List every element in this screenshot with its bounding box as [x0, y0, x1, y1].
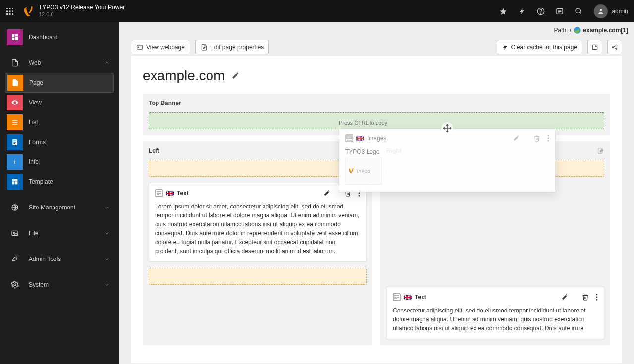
chevron-down-icon	[104, 230, 110, 236]
list-icon	[556, 7, 564, 15]
svg-rect-7	[9, 13, 11, 15]
svg-rect-29	[14, 161, 15, 164]
svg-rect-41	[592, 45, 597, 49]
dragging-content-element[interactable]: Images TYPO3 Logo TYPO3	[339, 129, 556, 192]
content-type-icon	[155, 189, 163, 197]
apps-grid-icon	[6, 7, 14, 15]
sidebar-item-dashboard[interactable]: Dashboard	[5, 27, 114, 47]
chevron-down-icon	[104, 256, 110, 262]
breadcrumb: Path: / example.com [1]	[119, 22, 634, 38]
svg-line-16	[580, 12, 581, 14]
system-info-button[interactable]	[550, 0, 569, 22]
edit-content-button[interactable]	[323, 190, 330, 197]
more-content-button[interactable]	[547, 135, 549, 142]
bookmarks-button[interactable]	[494, 0, 513, 22]
move-handle[interactable]	[441, 122, 453, 134]
clear-cache-button[interactable]: Clear cache for this page	[497, 40, 582, 54]
svg-rect-2	[12, 8, 13, 9]
lightning-icon	[502, 44, 508, 51]
content-type-icon	[345, 134, 353, 142]
sidebar-item-view[interactable]: View	[5, 93, 114, 112]
svg-rect-23	[12, 122, 18, 122]
page-title: example.com	[143, 68, 225, 84]
help-button[interactable]	[531, 0, 550, 22]
svg-point-72	[596, 299, 598, 301]
svg-rect-26	[13, 141, 16, 141]
svg-text:TYPO3: TYPO3	[356, 169, 370, 174]
path-suffix: [1]	[621, 27, 628, 34]
svg-point-15	[576, 8, 580, 13]
sidebar-item-template[interactable]: Template	[5, 172, 114, 192]
content-element-text[interactable]: Text Consectetur adipiscing elit, sed do…	[386, 287, 604, 339]
sidebar-group-file[interactable]: File	[5, 223, 114, 243]
more-content-button[interactable]	[596, 294, 598, 301]
dashboard-icon	[11, 33, 19, 41]
edit-title-button[interactable]	[231, 72, 239, 80]
svg-point-43	[616, 45, 617, 46]
brand-version: 12.0.0	[39, 11, 125, 18]
create-content-button[interactable]	[587, 40, 602, 54]
edit-column-button[interactable]	[597, 147, 604, 154]
pencil-note-icon	[597, 147, 604, 154]
svg-point-70	[596, 294, 598, 295]
topbar: TYPO3 v12 Release Your Power 12.0.0 admi…	[0, 0, 634, 22]
external-link-icon	[136, 44, 143, 51]
svg-point-40	[138, 47, 139, 48]
user-name: admin	[612, 8, 628, 15]
sidebar-item-info[interactable]: Info	[5, 152, 114, 172]
svg-rect-30	[14, 160, 15, 160]
page-edit-icon	[201, 44, 208, 51]
typo3-logo-icon	[23, 5, 35, 17]
drag-thumbnail: TYPO3	[345, 158, 382, 185]
svg-point-37	[14, 284, 16, 286]
edit-page-properties-button[interactable]: Edit page properties	[195, 40, 269, 54]
share-button[interactable]	[607, 40, 622, 54]
svg-point-82	[548, 138, 549, 139]
dropzone[interactable]	[149, 268, 367, 285]
app-switcher-button[interactable]	[0, 0, 20, 22]
language-flag-icon	[404, 295, 412, 300]
delete-content-button[interactable]	[582, 294, 589, 301]
module-sidebar: Dashboard Web PageViewListFormsInfoTempl…	[0, 22, 119, 364]
clear-cache-menu-button[interactable]	[513, 0, 531, 22]
gear-icon	[11, 281, 19, 289]
button-label: Edit page properties	[211, 44, 264, 51]
sidebar-item-list[interactable]: List	[5, 112, 114, 132]
edit-content-button[interactable]	[561, 294, 568, 301]
sidebar-item-page[interactable]: Page	[5, 73, 114, 93]
path-page: example.com	[583, 27, 621, 34]
sidebar-group-site-management[interactable]: Site Management	[5, 198, 114, 217]
content-type-label: Images	[367, 135, 386, 142]
dropzone[interactable]	[149, 160, 367, 177]
user-menu[interactable]: admin	[588, 0, 634, 22]
delete-content-button[interactable]	[533, 135, 540, 142]
sidebar-group-label: Site Management	[29, 204, 75, 211]
content-element-text[interactable]: Text Lorem ipsum dolor sit amet, consect…	[149, 183, 367, 262]
sidebar-item-label: Info	[29, 158, 39, 165]
pencil-icon	[231, 72, 239, 80]
lightning-icon	[519, 7, 526, 15]
svg-point-42	[612, 47, 613, 48]
sidebar-group-system[interactable]: System	[5, 275, 114, 295]
svg-rect-5	[12, 10, 13, 12]
search-button[interactable]	[569, 0, 588, 22]
view-webpage-button[interactable]: View webpage	[131, 40, 190, 54]
star-icon	[499, 7, 507, 15]
svg-point-36	[13, 232, 15, 234]
svg-rect-33	[15, 181, 18, 184]
svg-point-17	[600, 9, 602, 11]
sidebar-item-forms[interactable]: Forms	[5, 132, 114, 152]
svg-rect-28	[13, 143, 15, 144]
svg-rect-6	[6, 13, 8, 15]
edit-content-button[interactable]	[513, 135, 520, 142]
svg-rect-8	[12, 13, 13, 15]
button-label: View webpage	[146, 44, 185, 51]
sidebar-group-web[interactable]: Web	[5, 53, 114, 73]
svg-rect-1	[9, 8, 11, 9]
svg-point-59	[359, 195, 360, 197]
trash-icon	[533, 135, 540, 142]
sidebar-item-label: Page	[29, 79, 43, 86]
sidebar-group-admin-tools[interactable]: Admin Tools	[5, 249, 114, 269]
path-prefix: Path: /	[554, 27, 572, 34]
brand-area[interactable]: TYPO3 v12 Release Your Power 12.0.0	[20, 0, 131, 22]
